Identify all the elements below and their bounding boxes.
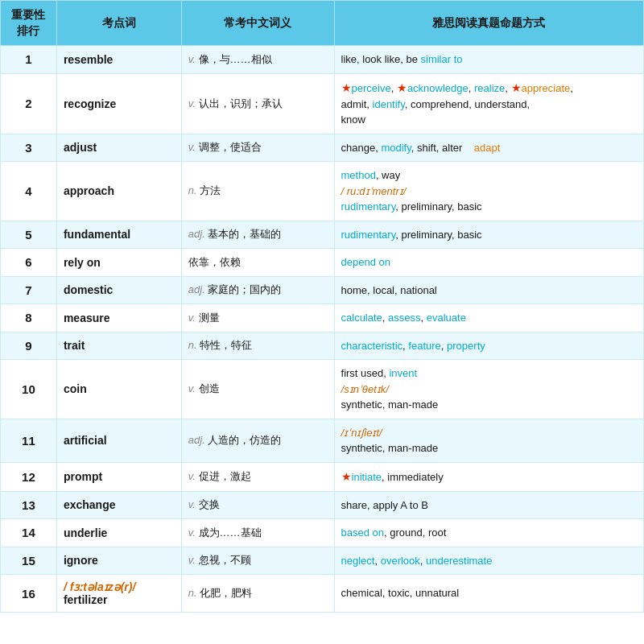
rank-cell: 1	[1, 46, 57, 74]
word-cell: adjust	[56, 134, 181, 162]
table-row: 9 trait n. 特性，特征 characteristic, feature…	[1, 332, 644, 360]
word-cell: recognize	[56, 73, 181, 134]
meaning-cell: v. 忽视，不顾	[181, 547, 334, 575]
word-cell: fundamental	[56, 221, 181, 249]
meaning-cell: n. 化肥，肥料	[181, 575, 334, 613]
ielts-cell: based on, ground, root	[334, 519, 643, 547]
meaning-cell: adj. 家庭的；国内的	[181, 276, 334, 304]
word-cell: exchange	[56, 491, 181, 519]
rank-cell: 7	[1, 276, 57, 304]
rank-cell: 15	[1, 547, 57, 575]
word-cell: approach	[56, 162, 181, 221]
ielts-cell: calculate, assess, evaluate	[334, 304, 643, 332]
table-row: 7 domestic adj. 家庭的；国内的 home, local, nat…	[1, 276, 644, 304]
word-cell: prompt	[56, 462, 181, 491]
meaning-cell: v. 调整，使适合	[181, 134, 334, 162]
rank-cell: 14	[1, 519, 57, 547]
meaning-cell: v. 创造	[181, 360, 334, 419]
rank-cell: 6	[1, 249, 57, 277]
ielts-cell: rudimentary, preliminary, basic	[334, 221, 643, 249]
ielts-cell: neglect, overlook, underestimate	[334, 547, 643, 575]
rank-cell: 16	[1, 575, 57, 613]
vocabulary-table: 重要性排行 考点词 常考中文词义 雅思阅读真题命题方式 1 resemble v…	[0, 0, 644, 613]
table-row: 8 measure v. 测量 calculate, assess, evalu…	[1, 304, 644, 332]
table-row: 2 recognize v. 认出，识别；承认 ★perceive, ★ackn…	[1, 73, 644, 134]
meaning-cell: v. 认出，识别；承认	[181, 73, 334, 134]
header-word: 考点词	[56, 1, 181, 46]
meaning-cell: adj. 基本的，基础的	[181, 221, 334, 249]
ielts-cell: method, way / ruːdɪˈmentrɪ/ rudimentary,…	[334, 162, 643, 221]
word-cell: ignore	[56, 547, 181, 575]
table-row: 3 adjust v. 调整，使适合 change, modify, shift…	[1, 134, 644, 162]
meaning-cell: v. 成为……基础	[181, 519, 334, 547]
meaning-cell: v. 促进，激起	[181, 462, 334, 491]
ielts-cell: /ɪˈnɪʃieɪt/ synthetic, man-made	[334, 419, 643, 462]
table-row: 13 exchange v. 交换 share, apply A to B	[1, 491, 644, 519]
table-row: 4 approach n. 方法 method, way / ruːdɪˈmen…	[1, 162, 644, 221]
ielts-cell: first used, invent /sɪnˈθetɪk/ synthetic…	[334, 360, 643, 419]
rank-cell: 2	[1, 73, 57, 134]
ielts-cell: home, local, national	[334, 276, 643, 304]
meaning-cell: 依靠，依赖	[181, 249, 334, 277]
rank-cell: 13	[1, 491, 57, 519]
rank-cell: 8	[1, 304, 57, 332]
table-row: 14 underlie v. 成为……基础 based on, ground, …	[1, 519, 644, 547]
meaning-cell: n. 方法	[181, 162, 334, 221]
table-row: 5 fundamental adj. 基本的，基础的 rudimentary, …	[1, 221, 644, 249]
table-row: 6 rely on 依靠，依赖 depend on	[1, 249, 644, 277]
rank-cell: 12	[1, 462, 57, 491]
header-rank: 重要性排行	[1, 1, 57, 46]
meaning-cell: adj. 人造的，仿造的	[181, 419, 334, 462]
table-row: 12 prompt v. 促进，激起 ★initiate, immediatel…	[1, 462, 644, 491]
meaning-cell: v. 交换	[181, 491, 334, 519]
word-cell: trait	[56, 332, 181, 360]
header-ielts: 雅思阅读真题命题方式	[334, 1, 643, 46]
word-cell: coin	[56, 360, 181, 419]
word-cell: artificial	[56, 419, 181, 462]
rank-cell: 5	[1, 221, 57, 249]
word-cell: / fɜːtəlaɪzə(r)/ fertilizer	[56, 575, 181, 613]
rank-cell: 10	[1, 360, 57, 419]
rank-cell: 9	[1, 332, 57, 360]
ielts-cell: depend on	[334, 249, 643, 277]
word-cell: underlie	[56, 519, 181, 547]
ielts-cell: chemical, toxic, unnatural	[334, 575, 643, 613]
ielts-cell: change, modify, shift, alter adapt	[334, 134, 643, 162]
ielts-cell: ★perceive, ★acknowledge, realize, ★appre…	[334, 73, 643, 134]
ielts-cell: characteristic, feature, property	[334, 332, 643, 360]
ielts-cell: share, apply A to B	[334, 491, 643, 519]
word-cell: resemble	[56, 46, 181, 74]
table-row: 15 ignore v. 忽视，不顾 neglect, overlook, un…	[1, 547, 644, 575]
table-row: 16 / fɜːtəlaɪzə(r)/ fertilizer n. 化肥，肥料 …	[1, 575, 644, 613]
rank-cell: 3	[1, 134, 57, 162]
ielts-cell: like, look like, be similar to	[334, 46, 643, 74]
meaning-cell: v. 像，与……相似	[181, 46, 334, 74]
meaning-cell: n. 特性，特征	[181, 332, 334, 360]
word-cell: domestic	[56, 276, 181, 304]
rank-cell: 4	[1, 162, 57, 221]
table-row: 1 resemble v. 像，与……相似 like, look like, b…	[1, 46, 644, 74]
ielts-cell: ★initiate, immediately	[334, 462, 643, 491]
meaning-cell: v. 测量	[181, 304, 334, 332]
word-cell: rely on	[56, 249, 181, 277]
word-cell: measure	[56, 304, 181, 332]
header-meaning: 常考中文词义	[181, 1, 334, 46]
table-row: 11 artificial adj. 人造的，仿造的 /ɪˈnɪʃieɪt/ s…	[1, 419, 644, 462]
rank-cell: 11	[1, 419, 57, 462]
table-row: 10 coin v. 创造 first used, invent /sɪnˈθe…	[1, 360, 644, 419]
